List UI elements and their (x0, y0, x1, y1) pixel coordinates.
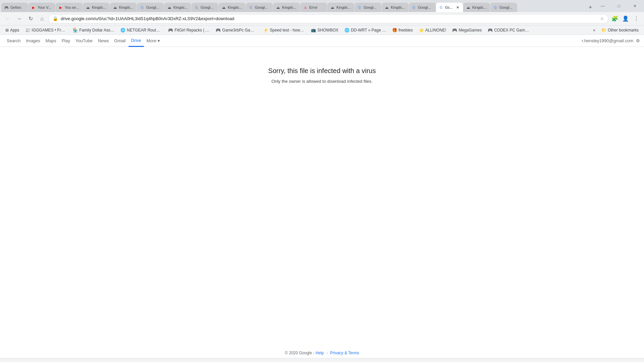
bookmark-item-5[interactable]: 🎮Game3rbPc Games... (213, 27, 260, 33)
google-nav-link-play[interactable]: Play (59, 35, 73, 47)
back-button[interactable]: ← (3, 14, 13, 24)
bookmark-label-8: DD-WRT » Page no... (351, 28, 386, 33)
tab-t11[interactable]: ⛰Kingdc... (273, 3, 300, 12)
tab-bar: 🎮Geforc▶Your V...▶You se...⛰Kingdc...⛰Ki… (0, 0, 644, 12)
tab-title-t14: Googl... (364, 5, 379, 9)
nav-bar: ← → ↻ ⌂ 🔒 drive.google.com/u/0/uc?id=1UA… (0, 12, 644, 25)
google-nav-link-more[interactable]: More ▾ (144, 35, 163, 47)
tab-favicon-t15: ⛰ (384, 5, 389, 10)
minimize-button[interactable]: — (595, 1, 610, 11)
bookmark-label-12: CODEX PC Games |... (494, 28, 529, 33)
bookmark-label-0: Apps (10, 28, 19, 33)
tab-t3[interactable]: ▶You se... (56, 3, 83, 12)
google-nav-link-maps[interactable]: Maps (43, 35, 59, 47)
forward-button[interactable]: → (14, 14, 24, 24)
bookmark-item-7[interactable]: 📺SHOWBOX (308, 27, 341, 33)
google-nav-link-drive[interactable]: Drive (128, 35, 144, 47)
main-content: Sorry, this file is infected with a viru… (0, 47, 644, 181)
bookmark-label-6: Speed test - how fa... (270, 28, 305, 33)
tab-t15[interactable]: ⛰Kingdc... (382, 3, 409, 12)
google-nav-link-search[interactable]: Search (4, 35, 23, 47)
bookmark-icon-5: 🎮 (216, 28, 221, 33)
bookmark-label-1: IGGGAMES • Free... (32, 28, 67, 33)
menu-icon[interactable]: ⋮ (631, 14, 641, 24)
tab-title-t1: Geforc (10, 5, 25, 9)
tab-t2[interactable]: ▶Your V... (29, 3, 55, 12)
bookmark-item-11[interactable]: 🎮MegaGames (449, 27, 484, 33)
tab-t13[interactable]: ⛰Kingdc... (327, 3, 354, 12)
bookmark-label-3: NETGEAR Router R... (127, 28, 162, 33)
tab-favicon-t6: G (140, 5, 145, 10)
lock-icon: 🔒 (53, 16, 58, 21)
tab-t7[interactable]: ⛰Kingdc... (164, 3, 191, 12)
bookmark-label-4: FitGirl Repacks | Th... (174, 28, 210, 33)
folder-icon: 📁 (601, 28, 606, 33)
tab-t19[interactable]: GGoogl... (490, 3, 517, 12)
bookmark-item-3[interactable]: 🌐NETGEAR Router R... (118, 27, 165, 33)
tab-t5[interactable]: ⛰Kingdc... (110, 3, 137, 12)
close-button[interactable]: ✕ (627, 1, 643, 11)
tab-title-t18: Kingdc... (472, 5, 487, 9)
tab-t14[interactable]: GGoogl... (355, 3, 381, 12)
tab-t16[interactable]: GGoogl... (409, 3, 436, 12)
home-button[interactable]: ⌂ (37, 14, 47, 24)
bookmark-icon-0: ⊞ (5, 28, 9, 33)
bookmark-label-11: MegaGames (459, 28, 482, 33)
tab-t10[interactable]: GGoogl... (246, 3, 273, 12)
tab-t1[interactable]: 🎮Geforc (1, 3, 28, 12)
bookmark-item-2[interactable]: 🏪Family Dollar Associ... (70, 27, 117, 33)
bookmark-star-icon[interactable]: ☆ (600, 16, 604, 21)
virus-title: Sorry, this file is infected with a viru… (268, 67, 376, 75)
bookmark-item-4[interactable]: 🎮FitGirl Repacks | Th... (165, 27, 212, 33)
settings-icon[interactable]: ⚙ (636, 38, 640, 43)
google-nav-link-images[interactable]: Images (23, 35, 43, 47)
maximize-button[interactable]: □ (611, 1, 627, 11)
bookmark-icon-1: 📰 (25, 28, 30, 33)
bookmark-icon-10: ⭐ (419, 28, 424, 33)
google-nav-link-youtube[interactable]: YouTube (73, 35, 95, 47)
google-nav-link-news[interactable]: News (95, 35, 112, 47)
bookmark-item-8[interactable]: 🌐DD-WRT » Page no... (342, 27, 389, 33)
user-email[interactable]: r.hensley1990@gmail.com (582, 38, 633, 43)
bookmark-item-1[interactable]: 📰IGGGAMES • Free... (22, 27, 69, 33)
bookmark-item-12[interactable]: 🎮CODEX PC Games |... (485, 27, 532, 33)
tab-title-t5: Kingdc... (119, 5, 134, 9)
extensions-icon[interactable]: 🧩 (610, 14, 620, 24)
tab-favicon-t10: G (249, 5, 253, 10)
bookmark-item-9[interactable]: 🎁freebies (389, 27, 416, 33)
tab-favicon-t14: G (357, 5, 362, 10)
bookmark-item-10[interactable]: ⭐ALLINONE! (416, 27, 449, 33)
bookmark-icon-3: 🌐 (120, 28, 125, 33)
tab-t8[interactable]: GGoogl... (192, 3, 218, 12)
tab-favicon-t18: ⛰ (466, 5, 471, 10)
tab-title-t8: Googl... (201, 5, 216, 9)
tab-t17[interactable]: GGc...✕ (436, 3, 463, 12)
bookmark-item-0[interactable]: ⊞Apps (3, 27, 22, 33)
tab-title-t3: You se... (65, 5, 80, 9)
refresh-button[interactable]: ↻ (25, 14, 36, 24)
new-tab-button[interactable]: + (586, 3, 595, 12)
tab-t9[interactable]: ⛰Kingdc... (219, 3, 246, 12)
tab-title-t10: Googl... (255, 5, 270, 9)
tab-t6[interactable]: GGoogl... (137, 3, 164, 12)
address-bar[interactable]: 🔒 drive.google.com/u/0/uc?id=1UAA0HL3idS… (48, 14, 608, 23)
tab-favicon-t4: ⛰ (86, 5, 90, 10)
bookmarks-more-button[interactable]: » (591, 27, 597, 33)
tab-t4[interactable]: ⛰Kingdc... (83, 3, 110, 12)
tab-close-t17[interactable]: ✕ (455, 5, 460, 10)
bookmark-icon-4: 🎮 (168, 28, 173, 33)
bookmark-item-6[interactable]: ⚡Speed test - how fa... (261, 27, 308, 33)
bookmark-label-5: Game3rbPc Games... (222, 28, 257, 33)
bookmark-icon-6: ⚡ (263, 28, 268, 33)
other-bookmarks[interactable]: 📁 Other bookmarks (599, 27, 641, 33)
tab-t18[interactable]: ⛰Kingdc... (463, 3, 490, 12)
tab-t12[interactable]: ⚠Error (300, 3, 327, 12)
tab-favicon-t3: ▶ (58, 5, 63, 10)
bookmark-label-2: Family Dollar Associ... (79, 28, 114, 33)
profile-icon[interactable]: 👤 (621, 14, 631, 24)
tab-title-t17: Gc... (445, 5, 453, 9)
google-nav-link-gmail[interactable]: Gmail (112, 35, 128, 47)
nav-right-icons: 🧩 👤 ⋮ (610, 14, 641, 24)
tab-favicon-t19: G (493, 5, 498, 10)
bookmark-icon-7: 📺 (311, 28, 316, 33)
